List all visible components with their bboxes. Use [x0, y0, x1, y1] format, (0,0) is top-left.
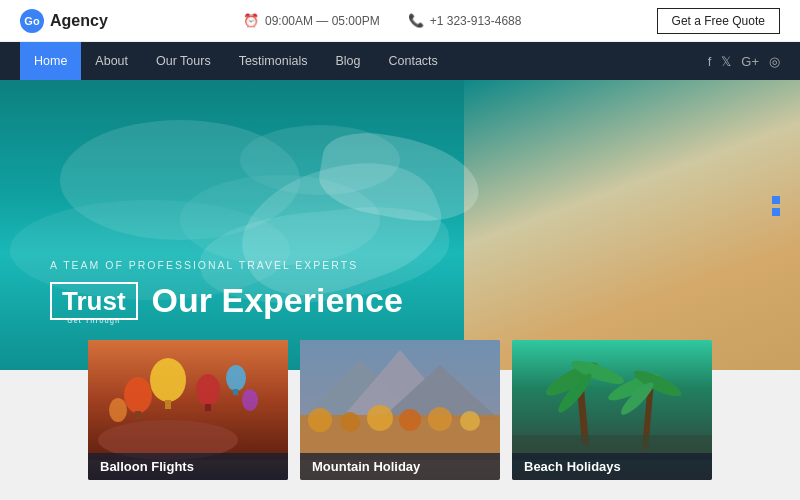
logo: Go Agency	[20, 9, 108, 33]
twitter-icon[interactable]: 𝕏	[721, 54, 731, 69]
svg-point-10	[196, 374, 220, 406]
hero-trust-box: Trust Get Through	[50, 282, 138, 320]
card-mountain-holiday[interactable]: Mountain Holiday	[300, 340, 500, 480]
balloon-svg	[88, 340, 288, 460]
top-bar: Go Agency ⏰ 09:00AM — 05:00PM 📞 +1 323-9…	[0, 0, 800, 42]
phone-info: 📞 +1 323-913-4688	[408, 13, 522, 28]
svg-point-25	[428, 407, 452, 431]
svg-point-15	[242, 389, 258, 411]
instagram-icon[interactable]: ◎	[769, 54, 780, 69]
svg-rect-11	[205, 404, 211, 411]
card-balloon-label: Balloon Flights	[88, 453, 288, 480]
card-balloon-flights[interactable]: Balloon Flights	[88, 340, 288, 480]
hero-trust-label: Trust	[62, 286, 126, 316]
nav-links: Home About Our Tours Testimonials Blog C…	[20, 42, 452, 80]
social-links: f 𝕏 G+ ◎	[708, 54, 780, 69]
beach-svg	[512, 340, 712, 460]
phone-number: +1 323-913-4688	[430, 14, 522, 28]
svg-rect-9	[165, 400, 171, 409]
deco-sq-1	[772, 196, 780, 204]
nav-contacts[interactable]: Contacts	[374, 42, 451, 80]
svg-point-22	[340, 412, 360, 432]
card-beach-holidays[interactable]: Beach Holidays	[512, 340, 712, 480]
nav-testimonials[interactable]: Testimonials	[225, 42, 322, 80]
svg-rect-7	[135, 411, 141, 419]
svg-point-3	[240, 125, 400, 195]
brand-name: Agency	[50, 12, 108, 30]
clock-icon: ⏰	[243, 13, 259, 28]
hero-title-main: Our Experience	[152, 281, 403, 320]
svg-point-12	[226, 365, 246, 391]
hero-beach-bg	[464, 80, 800, 370]
deco-sq-2	[772, 208, 780, 216]
cards-section: Balloon Flights	[0, 370, 800, 500]
main-nav: Home About Our Tours Testimonials Blog C…	[0, 42, 800, 80]
hero-title-wrap: Trust Get Through Our Experience	[50, 281, 403, 320]
mountain-svg	[300, 340, 500, 460]
svg-point-8	[150, 358, 186, 402]
svg-point-23	[367, 405, 393, 431]
deco-squares	[772, 196, 780, 216]
card-mountain-label: Mountain Holiday	[300, 453, 500, 480]
svg-rect-13	[233, 389, 238, 395]
hero-content: A TEAM OF PROFESSIONAL TRAVEL EXPERTS Tr…	[50, 259, 403, 320]
get-quote-button[interactable]: Get a Free Quote	[657, 8, 780, 34]
card-wrap: Balloon Flights	[0, 340, 800, 480]
nav-home[interactable]: Home	[20, 42, 81, 80]
ocean-svg	[0, 80, 480, 370]
svg-point-21	[308, 408, 332, 432]
svg-point-6	[124, 377, 152, 413]
svg-point-24	[399, 409, 421, 431]
hero-subtitle: A TEAM OF PROFESSIONAL TRAVEL EXPERTS	[50, 259, 403, 271]
nav-our-tours[interactable]: Our Tours	[142, 42, 225, 80]
card-beach-label: Beach Holidays	[512, 453, 712, 480]
nav-about[interactable]: About	[81, 42, 142, 80]
phone-icon: 📞	[408, 13, 424, 28]
top-bar-center: ⏰ 09:00AM — 05:00PM 📞 +1 323-913-4688	[243, 13, 521, 28]
facebook-icon[interactable]: f	[708, 54, 712, 69]
hours-text: 09:00AM — 05:00PM	[265, 14, 380, 28]
business-hours: ⏰ 09:00AM — 05:00PM	[243, 13, 380, 28]
google-plus-icon[interactable]: G+	[741, 54, 759, 69]
svg-point-14	[109, 398, 127, 422]
svg-point-26	[460, 411, 480, 431]
logo-icon: Go	[20, 9, 44, 33]
hero-section: A TEAM OF PROFESSIONAL TRAVEL EXPERTS Tr…	[0, 80, 800, 370]
hero-trust-sublabel: Get Through	[67, 317, 120, 324]
nav-blog[interactable]: Blog	[321, 42, 374, 80]
